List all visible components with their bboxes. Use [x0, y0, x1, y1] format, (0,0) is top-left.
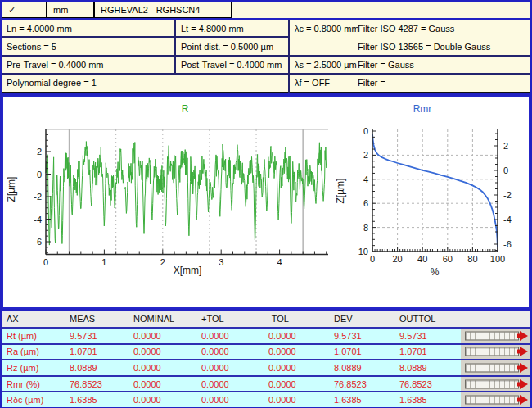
parameter-value: 76.8523: [332, 379, 398, 389]
svg-text:0: 0: [503, 165, 508, 175]
svg-text:-6: -6: [503, 239, 512, 249]
tolerance-indicator[interactable]: [461, 377, 530, 392]
param-sections: Sections = 5: [7, 41, 56, 52]
column-header-tol: -TOL: [267, 314, 332, 324]
parameter-value: 0.0000: [200, 395, 267, 405]
tolerance-bar: [465, 347, 519, 356]
parameter-value: 8.0889: [398, 363, 461, 373]
tolerance-bar: [465, 379, 519, 388]
parameter-value: 0.0000: [132, 395, 200, 405]
unit-label: mm: [53, 5, 68, 15]
svg-text:2: 2: [160, 257, 165, 267]
tolerance-bar: [465, 363, 519, 372]
param-filter-lf: Filter = -: [358, 77, 391, 88]
parameter-value: 9.5731: [68, 331, 132, 341]
param-ln: Ln = 4.0000 mm: [7, 23, 72, 34]
parameter-name: Rt (µm): [2, 331, 68, 341]
column-header-outtol: OUTTOL: [398, 314, 461, 324]
param-post-travel: Post-Travel = 0.4000 mm: [181, 59, 282, 70]
divider: [2, 55, 530, 57]
parameter-value: 8.0889: [332, 363, 398, 373]
param-filter-4287: Filter ISO 4287 = Gauss: [358, 23, 454, 34]
svg-text:-2: -2: [34, 192, 42, 202]
svg-text:20: 20: [392, 254, 402, 264]
table-row[interactable]: Rmr (%)76.85230.00000.00000.000076.85237…: [2, 375, 530, 392]
unit-cell[interactable]: mm: [47, 2, 94, 18]
svg-text:4: 4: [363, 175, 368, 184]
parameter-value: 9.5731: [398, 331, 461, 341]
svg-text:2: 2: [37, 147, 42, 156]
svg-text:2: 2: [503, 141, 508, 151]
svg-text:2: 2: [363, 150, 368, 160]
param-filter-13565: Filter ISO 13565 = Double Gauss: [358, 41, 490, 52]
results-table: AXMEASNOMINAL+TOL-TOLDEVOUTTOL Rt (µm)9.…: [2, 311, 530, 407]
table-row[interactable]: Ra (µm)1.07010.00000.00000.00001.07011.0…: [2, 343, 530, 360]
roughness-evaluation-window: ✓ mm RGHEVAL2 - RGHSCN4 Ln = 4.0000 mm L…: [0, 0, 532, 408]
tolerance-indicator[interactable]: [461, 392, 530, 407]
parameter-value: 0.0000: [132, 379, 200, 389]
param-lambda-s: λs = 2.5000 µm: [295, 59, 357, 70]
parameter-value: 8.0889: [68, 363, 132, 373]
parameter-name: Ra (µm): [2, 347, 68, 356]
param-lt: Lt = 4.8000 mm: [181, 23, 244, 34]
parameter-value: 0.0000: [267, 363, 332, 373]
parameter-value: 0.0000: [267, 331, 332, 341]
param-filter-ls: Filter = Gauss: [358, 59, 414, 70]
svg-text:-6: -6: [34, 237, 42, 247]
column-header-nominal: NOMINAL: [132, 314, 200, 324]
svg-text:6: 6: [363, 198, 368, 208]
parameter-value: 76.8523: [398, 379, 461, 389]
parameter-value: 9.5731: [332, 331, 398, 341]
out-of-tolerance-arrow-icon: [520, 379, 528, 389]
svg-text:Rmr: Rmr: [413, 103, 432, 115]
param-lambda-c: λc = 0.8000 mm: [295, 23, 359, 34]
roughness-charts: R01234-6-4-202X[mm]Z[µm]Rmr0204060801000…: [3, 97, 529, 307]
svg-text:4: 4: [277, 257, 282, 267]
tolerance-bar: [465, 396, 519, 405]
param-point-dist: Point dist. = 0.5000 µm: [181, 41, 273, 52]
parameter-value: 0.0000: [267, 379, 332, 389]
parameter-value: 0.0000: [267, 395, 332, 405]
chart-panel: R01234-6-4-202X[mm]Z[µm]Rmr0204060801000…: [2, 96, 530, 309]
window-title-cell: RGHEVAL2 - RGHSCN4: [94, 2, 232, 18]
svg-text:X[mm]: X[mm]: [174, 265, 202, 276]
parameter-value: 1.6385: [332, 395, 398, 405]
divider: [2, 36, 288, 38]
param-poly-degree: Polynomial degree = 1: [7, 77, 97, 88]
parameter-value: 0.0000: [132, 347, 200, 356]
parameter-value: 0.0000: [267, 347, 332, 356]
column-header-meas: MEAS: [68, 314, 132, 324]
parameter-name: Rδc (µm): [2, 395, 68, 405]
svg-text:0: 0: [43, 257, 48, 267]
parameter-value: 76.8523: [68, 379, 132, 389]
table-row[interactable]: Rz (µm)8.08890.00000.00000.00008.08898.0…: [2, 359, 530, 375]
table-row[interactable]: Rt (µm)9.57310.00000.00000.00009.57319.5…: [2, 327, 530, 343]
svg-text:Z[µm]: Z[µm]: [6, 177, 17, 202]
svg-text:1: 1: [101, 257, 106, 267]
results-header-row: AXMEASNOMINAL+TOL-TOLDEVOUTTOL: [2, 311, 530, 327]
svg-text:60: 60: [443, 254, 453, 264]
tolerance-indicator[interactable]: [461, 329, 530, 343]
column-header-dev: DEV: [332, 314, 398, 324]
svg-text:100: 100: [490, 254, 505, 264]
header-filler: [232, 2, 530, 18]
svg-text:%: %: [431, 266, 440, 278]
parameter-value: 1.6385: [68, 395, 132, 405]
parameter-value: 0.0000: [132, 363, 200, 373]
parameter-value: 0.0000: [200, 379, 267, 389]
tolerance-bar: [465, 331, 519, 340]
parameter-name: Rmr (%): [2, 379, 68, 389]
parameter-name: Rz (µm): [2, 363, 68, 373]
tolerance-indicator[interactable]: [461, 345, 530, 360]
tolerance-indicator[interactable]: [461, 360, 530, 375]
svg-text:-2: -2: [503, 190, 512, 200]
table-row[interactable]: Rδc (µm)1.63850.00000.00000.00001.63851.…: [2, 391, 530, 407]
status-check-cell[interactable]: ✓: [2, 2, 47, 18]
parameter-value: 0.0000: [200, 363, 267, 373]
parameter-value: 1.6385: [398, 395, 461, 405]
parameter-value: 0.0000: [200, 331, 267, 341]
svg-text:0: 0: [363, 126, 368, 136]
svg-text:-4: -4: [34, 215, 42, 224]
svg-text:R: R: [182, 103, 189, 115]
svg-text:8: 8: [363, 223, 368, 233]
